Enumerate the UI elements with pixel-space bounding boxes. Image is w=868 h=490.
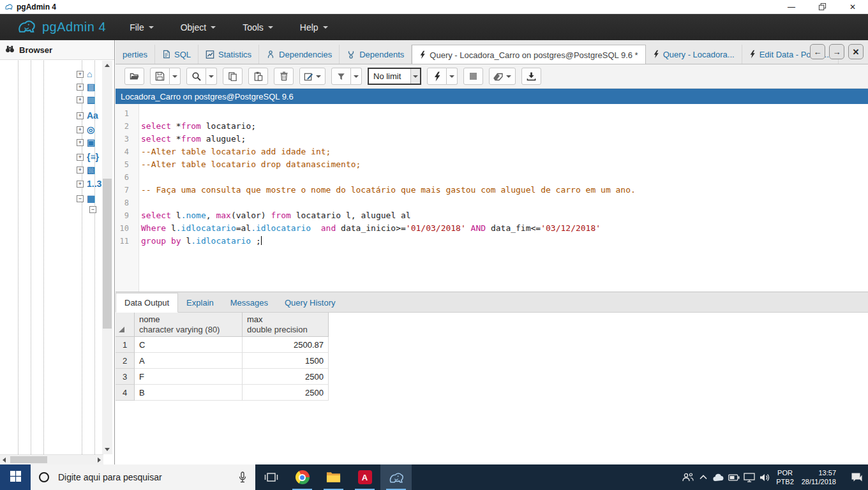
column-header-nome[interactable]: nome character varying (80) (135, 313, 243, 337)
cell-max[interactable]: 2500 (243, 385, 329, 401)
column-header-max[interactable]: max double precision (243, 313, 329, 337)
taskbar-acrobat-button[interactable]: A (349, 464, 380, 490)
scroll-right-arrow-icon[interactable] (98, 457, 101, 463)
toolbar-edit-button[interactable] (299, 68, 326, 85)
arrow-left-icon[interactable]: ← (810, 44, 825, 59)
scroll-up-arrow-icon[interactable] (105, 64, 110, 67)
menu-file[interactable]: File (116, 14, 167, 40)
row-number-cell[interactable]: 4 (116, 385, 135, 401)
cell-max[interactable]: 1500 (243, 353, 329, 369)
row-number-cell[interactable]: 1 (116, 337, 135, 353)
cell-nome[interactable]: F (135, 369, 243, 385)
tree-expand-toggle[interactable]: + (77, 167, 84, 174)
close-button[interactable]: ✕ (837, 0, 868, 13)
menu-help[interactable]: Help (287, 14, 341, 40)
tree-node[interactable]: +▣ (77, 137, 95, 147)
tree-expand-toggle[interactable]: − (77, 195, 84, 202)
toolbar-caret-execute-icon[interactable] (447, 68, 458, 85)
start-button[interactable] (0, 464, 31, 490)
tree-expand-toggle[interactable]: + (77, 154, 84, 161)
toolbar-clear-button[interactable] (489, 68, 516, 85)
taskbar-task-view-button[interactable] (255, 464, 287, 490)
vertical-scroll-thumb[interactable] (103, 179, 112, 329)
cell-nome[interactable]: A (135, 353, 243, 369)
select-all-corner[interactable] (116, 313, 135, 337)
chevron-up-icon[interactable] (696, 464, 711, 490)
language-indicator[interactable]: PORPTB2 (772, 468, 798, 486)
toolbar-open-file-button[interactable] (124, 68, 144, 85)
object-tree[interactable]: +⌂+▤+▥+Aa+◎+▣+{≡}+▧+1..3−▦− (0, 61, 101, 454)
scroll-down-arrow-icon[interactable] (105, 448, 110, 451)
menu-tools[interactable]: Tools (229, 14, 287, 40)
people-icon[interactable] (680, 464, 696, 490)
tree-node[interactable]: +{≡} (77, 152, 99, 162)
tree-horizontal-scrollbar[interactable] (0, 454, 103, 464)
tree-node[interactable]: −▦ (77, 193, 95, 204)
tree-expand-toggle[interactable]: + (77, 71, 84, 78)
onedrive-icon[interactable] (711, 464, 726, 490)
taskbar-pgadmin-button[interactable] (380, 464, 412, 490)
cell-nome[interactable]: C (135, 337, 243, 353)
chevron-down-icon[interactable] (410, 69, 420, 84)
tab-statistics[interactable]: Statistics (198, 45, 259, 64)
tree-node[interactable]: +1..3 (77, 179, 101, 189)
close-icon[interactable]: ✕ (848, 44, 864, 59)
tab-query-locadora-carro-on-postgr[interactable]: Query - Locadora_Carro on postgres@Postg… (412, 45, 645, 64)
toolbar-download-button[interactable] (521, 68, 541, 85)
results-tab-data-output[interactable]: Data Output (116, 293, 178, 313)
tree-node[interactable]: +⌂ (77, 69, 92, 79)
scroll-left-arrow-icon[interactable] (3, 457, 6, 463)
cell-max[interactable]: 2500 (243, 369, 329, 385)
results-tab-messages[interactable]: Messages (222, 293, 276, 312)
action-center-icon[interactable] (849, 464, 864, 490)
taskbar-search-box[interactable]: Digite aqui para pesquisar (31, 464, 255, 490)
battery-icon[interactable] (726, 464, 742, 490)
tree-expand-toggle[interactable]: + (77, 126, 84, 133)
minimize-button[interactable]: — (776, 0, 807, 13)
results-tab-query-history[interactable]: Query History (276, 293, 343, 312)
toolbar-delete-button[interactable] (274, 68, 294, 85)
volume-icon[interactable] (757, 464, 772, 490)
toolbar-paste-button[interactable] (248, 68, 268, 85)
rows-limit-select[interactable]: No limit (368, 68, 421, 85)
arrow-right-icon[interactable]: → (829, 44, 844, 59)
tree-node[interactable]: +Aa (77, 110, 98, 121)
tree-node[interactable]: +▥ (77, 94, 95, 105)
tab-dependencies[interactable]: Dependencies (259, 45, 340, 64)
toolbar-caret-find-icon[interactable] (206, 68, 217, 85)
clock[interactable]: 13:5728/11/2018 (798, 468, 840, 486)
row-number-cell[interactable]: 2 (116, 353, 135, 369)
microphone-icon[interactable] (238, 471, 247, 484)
tree-node[interactable]: +◎ (77, 124, 94, 135)
tab-perties[interactable]: perties (116, 45, 155, 64)
tree-node[interactable]: − (89, 206, 96, 213)
taskbar-chrome-button[interactable] (287, 464, 318, 490)
toolbar-save-button[interactable] (150, 68, 170, 85)
tree-expand-toggle[interactable]: + (77, 96, 84, 103)
toolbar-filter-button[interactable] (331, 68, 351, 85)
tab-dependents[interactable]: Dependents (340, 45, 412, 64)
sql-editor[interactable]: 12select *from locatario;3select *from a… (116, 104, 868, 292)
tree-node[interactable]: +▤ (77, 82, 95, 92)
tree-expand-toggle[interactable]: + (77, 112, 84, 119)
taskbar-file-explorer-button[interactable] (318, 464, 349, 490)
row-number-cell[interactable]: 3 (116, 369, 135, 385)
toolbar-stop-button[interactable] (463, 68, 483, 85)
toolbar-execute-button[interactable] (427, 68, 447, 85)
cell-max[interactable]: 2500.87 (243, 337, 329, 353)
cell-nome[interactable]: B (135, 385, 243, 401)
toolbar-find-button[interactable] (186, 68, 206, 85)
toolbar-caret-save-icon[interactable] (170, 68, 181, 85)
tree-vertical-scrollbar[interactable] (102, 61, 112, 454)
tree-expand-toggle[interactable]: + (77, 84, 84, 91)
tree-expand-toggle[interactable]: − (89, 206, 96, 213)
results-tab-explain[interactable]: Explain (178, 293, 222, 312)
tree-expand-toggle[interactable]: + (77, 181, 84, 188)
toolbar-copy-button[interactable] (223, 68, 243, 85)
restore-button[interactable] (807, 0, 837, 13)
menu-object[interactable]: Object (167, 14, 229, 40)
network-icon[interactable] (742, 464, 757, 490)
toolbar-caret-filter-icon[interactable] (351, 68, 362, 85)
tree-expand-toggle[interactable]: + (77, 139, 84, 146)
horizontal-scroll-thumb[interactable] (10, 456, 47, 463)
